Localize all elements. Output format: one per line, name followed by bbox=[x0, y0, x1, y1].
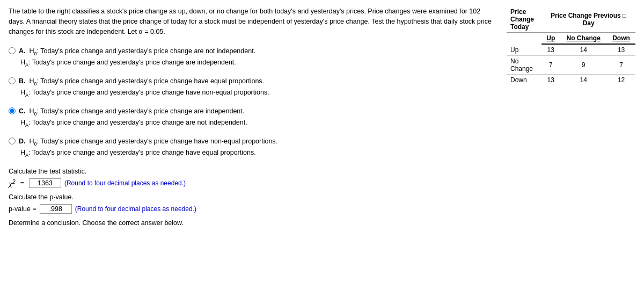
empty-corner bbox=[507, 33, 541, 45]
row-nochange-c1: 7 bbox=[541, 56, 560, 75]
pval-hint: (Round to four decimal places as needed.… bbox=[75, 205, 196, 213]
option-a-item: A. H0: Today's price change and yesterda… bbox=[9, 46, 498, 69]
option-b-sub: HA: Today's price change and yesterday's… bbox=[20, 88, 498, 99]
right-panel: PriceChangeToday Price Change Previous □… bbox=[507, 6, 635, 227]
table-row-up: Up 13 14 13 bbox=[507, 44, 635, 56]
row-down-c1: 13 bbox=[541, 75, 560, 86]
chi-row: χ2 = (Round to four decimal places as ne… bbox=[9, 178, 498, 188]
row-up-c2: 14 bbox=[560, 44, 607, 56]
row-up-c1: 13 bbox=[541, 44, 560, 56]
determine-title: Determine a conclusion. Choose the corre… bbox=[9, 219, 498, 227]
option-b-label: B. H0: Today's price change and yesterda… bbox=[19, 76, 264, 88]
option-b-item: B. H0: Today's price change and yesterda… bbox=[9, 76, 498, 99]
row-down-c2: 14 bbox=[560, 75, 607, 86]
row-nochange-c2: 9 bbox=[560, 56, 607, 75]
chi-symbol: χ2 bbox=[9, 179, 16, 188]
option-d-sub: HA: Today's price change and yesterday's… bbox=[20, 148, 498, 159]
table-row-down: Down 13 14 12 bbox=[507, 75, 635, 86]
pval-label: p-value = bbox=[9, 205, 36, 213]
option-d-item: D. H0: Today's price change and yesterda… bbox=[9, 136, 498, 159]
row-down-label: Down bbox=[507, 75, 541, 86]
row-down-c3: 12 bbox=[607, 75, 635, 86]
option-c-item: C. H0: Today's price change and yesterda… bbox=[9, 106, 498, 129]
option-d-label: D. H0: Today's price change and yesterda… bbox=[19, 136, 277, 148]
stat-title: Calculate the test statistic. bbox=[9, 168, 498, 175]
calc-section: Calculate the test statistic. χ2 = (Roun… bbox=[9, 168, 498, 227]
row-nochange-label: NoChange bbox=[507, 56, 541, 75]
prev-day-header: Price Change Previous □Day bbox=[541, 6, 635, 33]
option-c-sub: HA: Today's price change and yesterday's… bbox=[20, 118, 498, 129]
col-up-header: Up bbox=[541, 33, 560, 45]
chi-input[interactable] bbox=[29, 178, 61, 188]
pval-input[interactable] bbox=[40, 204, 72, 214]
option-d-radio[interactable] bbox=[9, 138, 16, 144]
table-row-nochange: NoChange 7 9 7 bbox=[507, 56, 635, 75]
price-change-table: PriceChangeToday Price Change Previous □… bbox=[507, 6, 635, 85]
option-c-radio[interactable] bbox=[9, 107, 16, 114]
option-c-label: C. H0: Today's price change and yesterda… bbox=[19, 106, 244, 118]
options-list: A. H0: Today's price change and yesterda… bbox=[9, 46, 498, 159]
intro-text: The table to the right classifies a stoc… bbox=[9, 6, 498, 37]
left-panel: The table to the right classifies a stoc… bbox=[9, 6, 498, 227]
row-nochange-c3: 7 bbox=[607, 56, 635, 75]
pval-row: p-value = (Round to four decimal places … bbox=[9, 204, 498, 214]
option-a-label: A. H0: Today's price change and yesterda… bbox=[19, 46, 255, 57]
col-down-header: Down bbox=[607, 33, 635, 45]
option-a-sub: HA: Today's price change and yesterday's… bbox=[20, 57, 498, 69]
row-up-label: Up bbox=[507, 44, 541, 56]
col-nochange-header: No Change bbox=[560, 33, 607, 45]
table-corner: PriceChangeToday bbox=[507, 6, 541, 33]
row-up-c3: 13 bbox=[607, 44, 635, 56]
pval-title: Calculate the p-value. bbox=[9, 193, 498, 201]
option-b-radio[interactable] bbox=[9, 77, 16, 84]
option-a-radio[interactable] bbox=[9, 47, 16, 54]
chi-hint: (Round to four decimal places as needed.… bbox=[64, 179, 186, 187]
